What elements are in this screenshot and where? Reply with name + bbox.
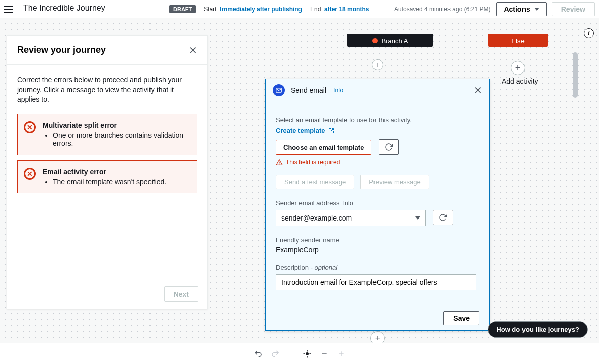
end-label: End [310, 6, 321, 13]
schedule-start: Start Immediately after publishing [204, 6, 302, 13]
error-message: One or more branches contains validation… [53, 131, 190, 148]
warning-icon [276, 159, 283, 166]
redo-button[interactable] [268, 346, 283, 361]
error-card-email[interactable]: ✕ Email activity error The email templat… [17, 160, 197, 193]
toolbar-separator [291, 348, 291, 360]
create-template-label: Create template [276, 127, 325, 134]
svg-point-2 [306, 352, 308, 355]
next-button[interactable]: Next [164, 286, 198, 302]
zoom-in-button[interactable] [334, 346, 349, 361]
refresh-template-button[interactable] [379, 139, 399, 155]
schedule-end: End after 18 months [310, 6, 369, 13]
send-test-button[interactable]: Send a test message [276, 175, 354, 189]
sender-address-select[interactable]: sender@example.com [276, 210, 426, 226]
create-template-link[interactable]: Create template [276, 127, 334, 134]
send-email-header: Send email Info ✕ [266, 79, 489, 101]
sender-address-value: sender@example.com [281, 214, 352, 222]
svg-point-1 [279, 164, 280, 164]
end-value-link[interactable]: after 18 months [324, 6, 369, 13]
review-panel-title: Review your journey [17, 45, 106, 55]
top-bar: DRAFT Start Immediately after publishing… [0, 0, 599, 18]
refresh-icon [439, 213, 447, 222]
caret-down-icon [415, 216, 420, 220]
close-icon[interactable]: ✕ [474, 85, 482, 95]
actions-label: Actions [504, 5, 530, 13]
center-button[interactable] [300, 346, 315, 361]
bottom-toolbar [0, 343, 599, 364]
plus-icon [337, 350, 345, 358]
info-icon[interactable]: i [584, 28, 594, 38]
info-link[interactable]: Info [333, 87, 343, 94]
caret-down-icon [534, 8, 539, 11]
error-card-multivariate[interactable]: ✕ Multivariate split error One or more b… [17, 114, 197, 155]
scrollbar-thumb[interactable] [573, 52, 578, 98]
redo-icon [271, 349, 280, 358]
template-desc: Select an email template to use for this… [276, 116, 479, 124]
else-label: Else [511, 37, 524, 45]
review-panel-body: Correct the errors below to proceed and … [7, 65, 207, 208]
draft-badge: DRAFT [169, 5, 196, 13]
info-link[interactable]: Info [343, 200, 353, 207]
sender-address-label: Sender email address Info [276, 199, 479, 207]
email-icon [273, 84, 285, 96]
description-input[interactable] [276, 274, 476, 290]
minus-icon [320, 350, 328, 358]
review-button[interactable]: Review [552, 2, 595, 16]
review-journey-panel: Review your journey ✕ Correct the errors… [7, 35, 208, 309]
choose-template-button[interactable]: Choose an email template [276, 140, 371, 155]
add-activity-label: Add activity [502, 77, 538, 85]
error-message: The email template wasn't specified. [53, 178, 190, 186]
add-activity-plus[interactable]: + [511, 61, 525, 75]
friendly-name-label: Friendly sender name [276, 236, 479, 244]
close-icon[interactable]: ✕ [189, 45, 197, 55]
refresh-sender-button[interactable] [433, 210, 453, 225]
menu-icon[interactable] [4, 6, 13, 13]
autosaved-text: Autosaved 4 minutes ago (6:21 PM) [394, 6, 490, 13]
friendly-name-value: ExampleCorp [276, 246, 479, 254]
add-activity-plus[interactable]: + [370, 331, 385, 343]
undo-button[interactable] [251, 346, 266, 361]
branch-a-label: Branch A [382, 37, 408, 45]
vertical-scrollbar[interactable] [572, 41, 578, 317]
error-title: Multivariate split error [43, 121, 190, 129]
start-value-link[interactable]: Immediately after publishing [220, 6, 302, 13]
review-panel-footer: Next [7, 279, 207, 309]
send-email-body: Select an email template to use for this… [266, 101, 489, 298]
actions-button[interactable]: Actions [496, 2, 546, 16]
template-required-error: This field is required [276, 159, 479, 166]
refresh-icon [385, 143, 393, 151]
add-activity-plus[interactable]: + [372, 59, 383, 70]
feedback-pill[interactable]: How do you like journeys? [488, 321, 588, 338]
required-error-text: This field is required [286, 159, 340, 166]
preview-message-button[interactable]: Preview message [360, 175, 429, 189]
error-icon: ✕ [24, 121, 36, 133]
review-panel-header: Review your journey ✕ [7, 36, 207, 65]
else-node[interactable]: Else [488, 34, 548, 47]
target-icon [303, 349, 312, 358]
journey-title-input[interactable] [23, 4, 164, 14]
description-label: Description - optional [276, 264, 479, 271]
start-label: Start [204, 6, 216, 13]
error-icon: ✕ [24, 168, 36, 180]
send-email-panel: Send email Info ✕ Select an email templa… [265, 79, 490, 331]
branch-a-dot-icon [372, 38, 378, 43]
send-email-title: Send email [291, 86, 326, 94]
send-email-footer: Save [266, 306, 489, 330]
error-title: Email activity error [43, 168, 190, 176]
undo-icon [254, 349, 263, 358]
zoom-out-button[interactable] [317, 346, 332, 361]
branch-a-node[interactable]: Branch A [347, 34, 433, 47]
save-button[interactable]: Save [443, 311, 479, 325]
external-link-icon [328, 128, 334, 134]
review-intro: Correct the errors below to proceed and … [17, 75, 197, 105]
